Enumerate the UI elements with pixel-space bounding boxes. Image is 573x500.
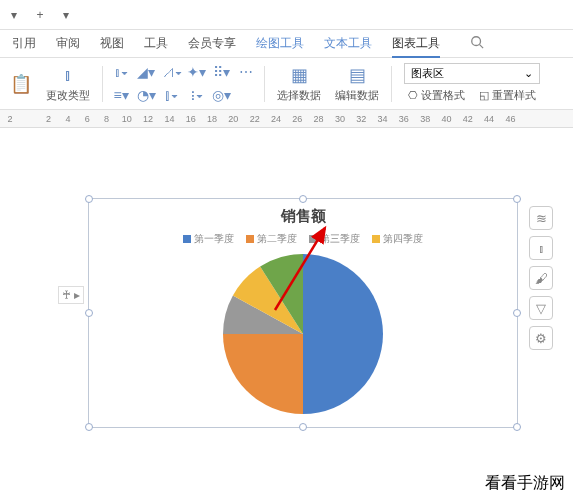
menu-text-tools[interactable]: 文本工具 (324, 35, 372, 52)
resize-handle[interactable] (299, 423, 307, 431)
reset-icon: ◱ (479, 89, 489, 102)
resize-handle[interactable] (85, 423, 93, 431)
select-data-button[interactable]: ▦选择数据 (271, 62, 327, 105)
vertical-ruler-toggle[interactable]: ♰ ▸ (58, 286, 84, 304)
side-tool-3[interactable]: ▽ (529, 296, 553, 320)
change-type-button[interactable]: ⫾更改类型 (40, 63, 96, 105)
legend-label: 第一季度 (194, 232, 234, 246)
menu-reference[interactable]: 引用 (12, 35, 36, 52)
chart-area-select[interactable]: 图表区⌄ (404, 63, 540, 84)
chart-area-icon[interactable]: ◢▾ (134, 61, 158, 83)
paste-button[interactable]: 📋 (4, 71, 38, 97)
tab-dropdown[interactable]: ▾ (2, 4, 26, 26)
legend-label: 第二季度 (257, 232, 297, 246)
menu-member[interactable]: 会员专享 (188, 35, 236, 52)
separator (102, 66, 103, 102)
resize-handle[interactable] (85, 309, 93, 317)
chart-combo-icon[interactable]: ⫿▾ (159, 84, 183, 106)
chart-donut-icon[interactable]: ◎▾ (209, 84, 233, 106)
separator (391, 66, 392, 102)
document-canvas[interactable]: ♰ ▸ 销售额 第一季度第二季度第三季度第四季度 ≋⫾🖌▽⚙ (0, 128, 573, 468)
svg-point-0 (472, 37, 481, 46)
svg-line-1 (480, 45, 484, 49)
format-icon: ⎔ (408, 89, 418, 102)
chart-hbar-icon[interactable]: ≡▾ (109, 84, 133, 106)
chart-type-grid: ⫾▾ ◢▾ ⩘▾ ✦▾ ⠿▾ ⋯ ≡▾ ◔▾ ⫿▾ ⫶▾ ◎▾ (109, 61, 258, 106)
side-tool-4[interactable]: ⚙ (529, 326, 553, 350)
watermark-text: 看看手游网 (485, 473, 565, 494)
chart-line-icon[interactable]: ⩘▾ (159, 61, 183, 83)
resize-handle[interactable] (85, 195, 93, 203)
side-tool-2[interactable]: 🖌 (529, 266, 553, 290)
window-tab-row: ▾ + ▾ (0, 0, 573, 30)
main-menu: 引用 审阅 视图 工具 会员专享 绘图工具 文本工具 图表工具 (0, 30, 573, 58)
horizontal-ruler[interactable]: 2246810121416182022242628303234363840424… (0, 110, 573, 128)
search-icon[interactable] (470, 35, 484, 52)
legend-item[interactable]: 第一季度 (183, 232, 234, 246)
reset-style-button[interactable]: ◱重置样式 (475, 86, 540, 105)
menu-chart-tools[interactable]: 图表工具 (392, 35, 440, 58)
legend-item[interactable]: 第二季度 (246, 232, 297, 246)
side-tool-0[interactable]: ≋ (529, 206, 553, 230)
legend-swatch (183, 235, 191, 243)
chart-object[interactable]: 销售额 第一季度第二季度第三季度第四季度 (88, 198, 518, 428)
edit-data-button[interactable]: ▤编辑数据 (329, 62, 385, 105)
legend-swatch (372, 235, 380, 243)
legend-swatch (246, 235, 254, 243)
pie-slice[interactable] (223, 334, 303, 414)
set-format-button[interactable]: ⎔设置格式 (404, 86, 469, 105)
menu-review[interactable]: 审阅 (56, 35, 80, 52)
menu-draw-tools[interactable]: 绘图工具 (256, 35, 304, 52)
chart-more-icon[interactable]: ⋯ (234, 61, 258, 83)
chart-blank-icon[interactable] (234, 84, 258, 106)
legend-swatch (309, 235, 317, 243)
tab-more[interactable]: ▾ (54, 4, 78, 26)
pie-slice[interactable] (303, 254, 383, 414)
legend-item[interactable]: 第三季度 (309, 232, 360, 246)
chart-radar-icon[interactable]: ✦▾ (184, 61, 208, 83)
chart-scatter-icon[interactable]: ⠿▾ (209, 61, 233, 83)
chart-bar-icon[interactable]: ⫾▾ (109, 61, 133, 83)
resize-handle[interactable] (299, 195, 307, 203)
menu-view[interactable]: 视图 (100, 35, 124, 52)
chart-side-toolbar: ≋⫾🖌▽⚙ (529, 206, 553, 350)
resize-handle[interactable] (513, 195, 521, 203)
legend-label: 第四季度 (383, 232, 423, 246)
tab-add[interactable]: + (28, 4, 52, 26)
ribbon-toolbar: 📋 ⫾更改类型 ⫾▾ ◢▾ ⩘▾ ✦▾ ⠿▾ ⋯ ≡▾ ◔▾ ⫿▾ ⫶▾ ◎▾ … (0, 58, 573, 110)
side-tool-1[interactable]: ⫾ (529, 236, 553, 260)
chart-legend[interactable]: 第一季度第二季度第三季度第四季度 (89, 232, 517, 246)
pie-chart[interactable] (223, 254, 383, 414)
separator (264, 66, 265, 102)
chart-title[interactable]: 销售额 (89, 207, 517, 226)
chart-pie-icon[interactable]: ◔▾ (134, 84, 158, 106)
resize-handle[interactable] (513, 423, 521, 431)
chart-stock-icon[interactable]: ⫶▾ (184, 84, 208, 106)
menu-tools[interactable]: 工具 (144, 35, 168, 52)
legend-label: 第三季度 (320, 232, 360, 246)
legend-item[interactable]: 第四季度 (372, 232, 423, 246)
resize-handle[interactable] (513, 309, 521, 317)
chevron-down-icon: ⌄ (524, 67, 533, 80)
